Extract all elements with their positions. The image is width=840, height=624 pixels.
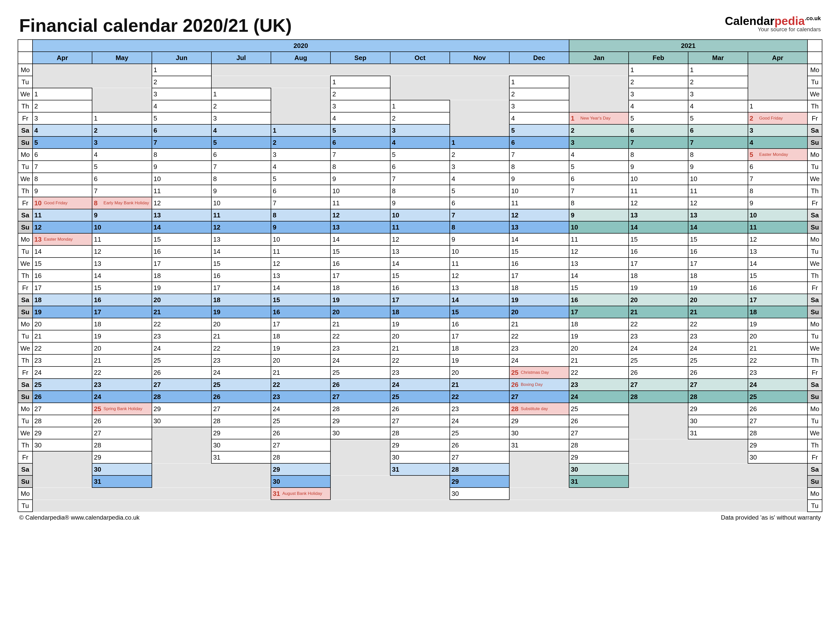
day-cell: 24	[569, 391, 628, 403]
day-cell: 25	[748, 391, 808, 403]
day-cell: 20	[271, 354, 330, 366]
day-cell: 2	[628, 76, 688, 88]
day-cell: 25	[450, 427, 509, 439]
header-corner	[808, 52, 822, 64]
month-header: Feb	[628, 52, 688, 64]
day-cell: 25	[271, 415, 330, 427]
day-cell: 19	[92, 330, 151, 342]
day-cell: 3	[152, 88, 212, 100]
day-cell: 24	[271, 403, 330, 415]
day-cell: 27	[569, 427, 628, 439]
empty-cell	[152, 476, 271, 488]
day-cell: 7	[390, 173, 450, 185]
day-cell: 7	[271, 197, 330, 209]
day-cell: 8	[271, 209, 330, 221]
day-cell: 9	[509, 173, 569, 185]
empty-cell	[152, 463, 271, 476]
empty-cell	[212, 76, 331, 88]
day-cell: 19	[212, 306, 271, 318]
day-cell: 16	[92, 294, 151, 306]
day-cell: 22	[390, 354, 450, 366]
day-cell: 11	[152, 185, 212, 197]
day-cell: 12	[152, 197, 212, 209]
day-cell: 31	[390, 463, 450, 476]
day-cell: 3	[330, 100, 390, 112]
day-cell: 22	[212, 342, 271, 354]
day-cell: 19	[569, 330, 628, 342]
day-cell: 23	[628, 330, 688, 342]
year-header: 2021	[569, 40, 808, 52]
day-cell: 27	[688, 378, 748, 391]
footer-right: Data provided 'as is' without warranty	[721, 514, 821, 521]
day-cell: 14	[450, 294, 509, 306]
day-cell: 28	[569, 439, 628, 451]
day-cell: 22	[152, 318, 212, 330]
day-cell: 12	[212, 221, 271, 233]
weekday-label: We	[808, 342, 822, 354]
day-cell: 8	[212, 173, 271, 185]
day-cell: 29	[569, 451, 628, 463]
weekday-label: Su	[808, 136, 822, 148]
empty-cell	[32, 451, 92, 463]
day-cell: 21	[212, 330, 271, 342]
day-cell: 9	[212, 185, 271, 197]
year-header: 2020	[32, 40, 569, 52]
day-cell: 11	[509, 197, 569, 209]
day-cell: 15	[569, 282, 628, 294]
day-cell: 2	[390, 112, 450, 124]
day-cell: 23	[330, 342, 390, 354]
day-cell: 19	[688, 282, 748, 294]
day-cell: 4	[271, 161, 330, 173]
day-cell: 23	[271, 391, 330, 403]
day-cell: 22	[748, 354, 808, 366]
weekday-label: Tu	[808, 161, 822, 173]
day-cell: 24	[450, 415, 509, 427]
day-cell: 29	[92, 451, 151, 463]
day-cell: 3	[688, 88, 748, 100]
empty-cell	[271, 112, 330, 124]
weekday-label: Fr	[808, 366, 822, 378]
day-cell: 9	[688, 161, 748, 173]
day-cell: 20	[330, 306, 390, 318]
day-cell: 10	[688, 173, 748, 185]
weekday-label: Su	[18, 306, 32, 318]
empty-cell	[390, 88, 510, 100]
day-cell: 18	[688, 270, 748, 282]
day-cell: 1	[271, 124, 330, 136]
weekday-label: Sa	[18, 209, 32, 221]
day-cell: 15	[450, 306, 509, 318]
day-cell: 28	[628, 391, 688, 403]
day-cell: 3	[390, 124, 450, 136]
empty-cell	[748, 88, 808, 100]
weekday-label: Th	[808, 439, 822, 451]
day-cell: 31	[688, 427, 748, 439]
day-cell: 23	[390, 366, 450, 378]
day-cell: 9	[330, 173, 390, 185]
day-cell: 15	[330, 246, 390, 258]
day-cell: 15	[748, 270, 808, 282]
day-cell: 14	[92, 270, 151, 282]
day-cell: 4	[748, 136, 808, 148]
day-cell: 12	[92, 246, 151, 258]
day-cell: 13	[271, 270, 330, 282]
day-cell: 17	[32, 282, 92, 294]
weekday-label: Sa	[808, 463, 822, 476]
day-cell: 29	[152, 403, 212, 415]
day-cell: 17	[509, 270, 569, 282]
weekday-label: Mo	[808, 64, 822, 76]
weekday-label: Su	[808, 391, 822, 403]
day-cell: 2	[569, 124, 628, 136]
day-cell: 20	[212, 318, 271, 330]
weekday-label: Th	[18, 100, 32, 112]
weekday-label: Tu	[808, 500, 822, 512]
empty-cell	[569, 76, 628, 88]
day-cell: 30	[330, 427, 390, 439]
day-cell: 27	[628, 378, 688, 391]
day-cell: 1	[212, 88, 271, 100]
day-cell: 17	[628, 258, 688, 270]
weekday-label: Mo	[18, 318, 32, 330]
day-cell: 16	[271, 306, 330, 318]
day-cell: 28	[450, 463, 509, 476]
day-cell: 23	[569, 378, 628, 391]
day-cell: 7	[688, 136, 748, 148]
